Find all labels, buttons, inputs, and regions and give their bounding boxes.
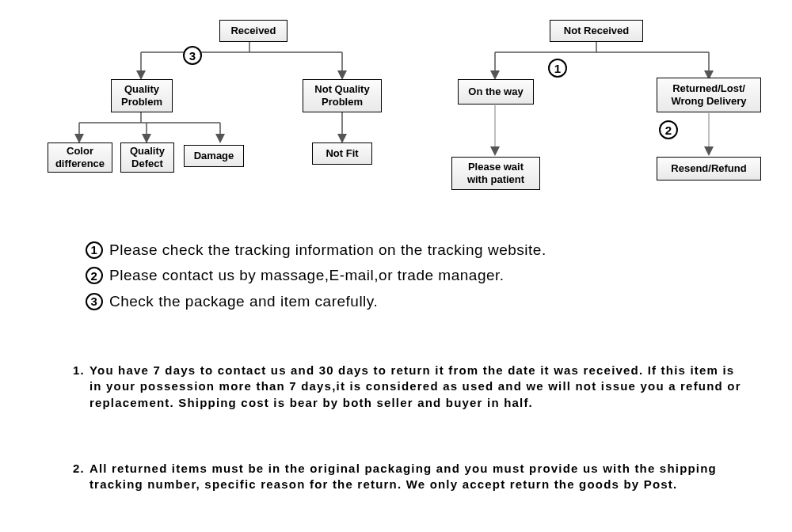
node-label: Quality Problem [121,83,162,108]
policy-item-1: 1. You have 7 days to contact us and 30 … [73,363,744,411]
node-label: Damage [194,150,234,162]
node-received: Received [219,20,287,42]
badge-number: 1 [554,62,561,75]
instruction-number: 3 [86,293,103,310]
badge-3: 3 [183,46,202,65]
badge-1: 1 [548,59,567,78]
node-label: Color difference [55,145,105,169]
node-on-the-way: On the way [458,79,534,104]
badge-number: 2 [665,124,672,137]
node-please-wait: Please wait with patient [451,157,540,190]
node-label: Received [230,25,276,37]
node-not-fit: Not Fit [312,142,372,165]
instruction-number: 1 [86,241,103,259]
flowchart-area: Received Quality Problem Not Quality Pro… [0,0,792,206]
instruction-text: Check the package and item carefully. [109,289,378,314]
node-quality-defect: Quality Defect [120,142,174,173]
node-label: Not Quality Problem [314,83,369,108]
node-quality-problem: Quality Problem [111,79,173,112]
policy-text: All returned items must be in the origin… [89,461,744,493]
badge-number: 3 [189,49,196,63]
instruction-row: 1 Please check the tracking information … [86,238,546,263]
node-label: Not Fit [326,147,358,160]
node-label: On the way [468,86,523,98]
policy-number: 1. [73,363,85,411]
node-not-received: Not Received [550,20,643,42]
policy-item-2: 2. All returned items must be in the ori… [73,461,744,493]
node-label: Please wait with patient [467,161,524,185]
policy-number: 2. [73,461,85,493]
instruction-row: 2 Please contact us by massage,E-mail,or… [86,263,546,288]
instruction-text: Please contact us by massage,E-mail,or t… [109,263,505,288]
instruction-number: 2 [86,267,103,284]
node-label: Not Received [564,25,629,37]
policy-text: You have 7 days to contact us and 30 day… [89,363,744,411]
node-resend-refund: Resend/Refund [657,157,761,180]
node-label: Resend/Refund [671,162,746,175]
node-damage: Damage [184,145,244,167]
badge-2: 2 [659,120,678,139]
node-not-quality-problem: Not Quality Problem [303,79,382,112]
node-label: Quality Defect [130,145,165,169]
node-label: Returned/Lost/ Wrong Delivery [671,82,746,107]
node-color-difference: Color difference [48,142,112,173]
node-returned-lost: Returned/Lost/ Wrong Delivery [657,78,761,112]
numbered-instructions: 1 Please check the tracking information … [86,238,546,314]
instruction-text: Please check the tracking information on… [109,238,546,263]
instruction-row: 3 Check the package and item carefully. [86,289,546,314]
